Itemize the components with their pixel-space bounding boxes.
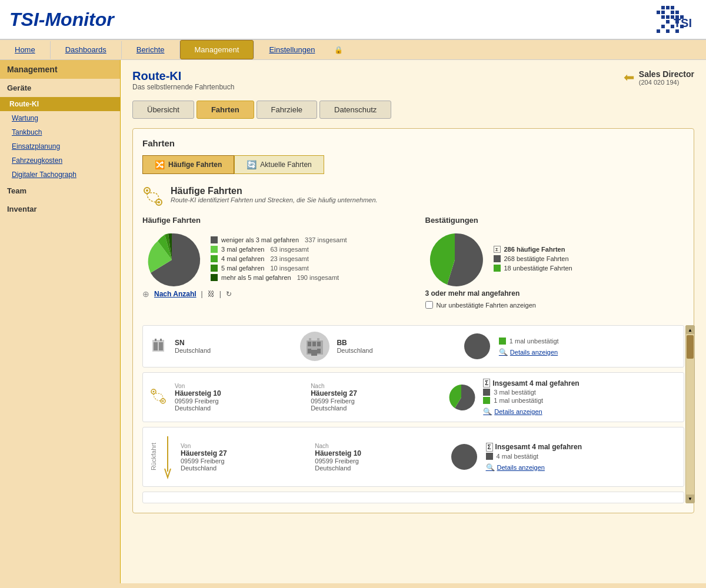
trip-pie-3	[449, 442, 479, 472]
nav-dashboards[interactable]: Dashboards	[51, 40, 121, 59]
building-icon-1	[300, 332, 329, 361]
user-details: Sales Director (204 020 194)	[639, 69, 694, 86]
filter-separator: |	[201, 290, 203, 298]
scrollbar[interactable]: ▲ ▼	[685, 325, 695, 503]
svg-rect-6	[675, 11, 679, 14]
color-bestaetigt-2	[483, 389, 490, 396]
sidebar-item-einsatzplanung[interactable]: Einsatzplanung	[0, 139, 120, 153]
trip-type-icon-2	[150, 388, 168, 406]
chart-title-bestaetigung: Bestätigungen	[425, 216, 685, 225]
sidebar-section-geraete[interactable]: Geräte	[0, 79, 120, 97]
app-header: TSI-Monitor TSI	[0, 0, 706, 40]
pie-chart-haeufige	[142, 230, 201, 289]
svg-rect-35	[317, 349, 321, 353]
user-info: ⬅ Sales Director (204 020 194)	[624, 69, 694, 86]
svg-rect-8	[666, 15, 670, 19]
svg-rect-28	[155, 339, 156, 341]
nav-home[interactable]: Home	[0, 40, 50, 59]
trip-to-country-1: Deutschland	[337, 347, 455, 354]
trip-from-city-3: 09599 Freiberg	[181, 457, 308, 465]
trip-from-3: Von Häuersteig 27 09599 Freiberg Deutsch…	[181, 443, 308, 472]
tab-fahrziele[interactable]: Fahrziele	[257, 101, 317, 119]
svg-point-44	[451, 444, 477, 470]
trip-bestaetigt-label-3: 4 mal bestätigt	[497, 453, 539, 460]
filter-refresh-icon[interactable]: ↻	[226, 290, 232, 298]
sub-tab-aktuelle[interactable]: 🔄 Aktuelle Fahrten	[234, 155, 324, 174]
details-link-2[interactable]: 🔍 Details anzeigen	[483, 407, 677, 416]
sidebar-section-team[interactable]: Team	[0, 182, 120, 200]
trip-from-country-1: Deutschland	[175, 347, 293, 354]
legend-color-0	[211, 236, 218, 243]
svg-rect-27	[159, 342, 163, 350]
trip-to-1: BB Deutschland	[337, 339, 455, 354]
legend-item-3: 5 mal gefahren 10 insgesamt	[211, 265, 347, 272]
sub-tab-haeufige[interactable]: 🔀 Häufige Fahrten	[142, 155, 234, 174]
scrollbar-thumb[interactable]	[687, 335, 694, 359]
sub-tab-haeufige-label: Häufige Fahrten	[168, 161, 222, 169]
details-label-1: Details anzeigen	[510, 349, 558, 356]
trip-from-country-2: Deutschland	[175, 405, 304, 412]
svg-rect-12	[666, 20, 670, 24]
legend-item-1: 3 mal gefahren 63 insgesamt	[211, 246, 347, 253]
trip-unbestaetigt-label-1: 1 mal unbestätigt	[509, 338, 559, 345]
sigma-icon-3: Σ	[486, 443, 493, 452]
page-title-block: Route-KI Das selbstlernende Fahrtenbuch	[132, 69, 234, 91]
svg-text:TSI: TSI	[674, 16, 692, 29]
svg-rect-38	[317, 338, 319, 342]
trip-from-label-2: Von	[175, 383, 304, 389]
sidebar: Management Geräte Route-KI Wartung Tankb…	[0, 60, 121, 583]
user-id: (204 020 194)	[639, 79, 694, 86]
trip-unbestaetigt-1: 1 mal unbestätigt	[499, 338, 677, 345]
table-row: SN Deutschland	[142, 325, 684, 368]
sidebar-item-tankbuch[interactable]: Tankbuch	[0, 125, 120, 139]
main-layout: Management Geräte Route-KI Wartung Tankb…	[0, 60, 706, 583]
trip-to-label-3: Nach	[315, 443, 442, 449]
tab-uebersicht[interactable]: Übersicht	[132, 101, 194, 119]
trip-from-label-3: Von	[181, 443, 308, 449]
content-panel: Fahrten 🔀 Häufige Fahrten 🔄 Aktuelle Fah…	[132, 128, 694, 513]
sidebar-section-inventar[interactable]: Inventar	[0, 200, 120, 218]
trip-from-country-3: Deutschland	[181, 465, 308, 472]
rueckfahrt-indicator: Rückfahrt	[150, 433, 174, 480]
legend-item-2: 4 mal gefahren 23 insgesamt	[211, 255, 347, 262]
pie-container-haeufige: weniger als 3 mal gefahren 337 insgesamt…	[142, 230, 402, 289]
tab-fahrten[interactable]: Fahrten	[197, 101, 254, 119]
svg-rect-37	[309, 338, 311, 342]
confirm-checkbox[interactable]	[425, 301, 433, 309]
nav-management[interactable]: Management	[180, 40, 254, 59]
trip-list: SN Deutschland	[142, 325, 684, 503]
legend-item-0: weniger als 3 mal gefahren 337 insgesamt	[211, 236, 347, 243]
filter-bar: ⊕ Nach Anzahl | ⛓ | ↻	[142, 289, 402, 299]
trip-total-label-2: Insgesamt 4 mal gefahren	[492, 379, 579, 387]
trip-partial-4	[142, 492, 684, 503]
sidebar-item-fahrzeugkosten[interactable]: Fahrzeugkosten	[0, 153, 120, 168]
filter-nach-anzahl[interactable]: Nach Anzahl	[154, 290, 197, 298]
trip-stats-1: 1 mal unbestätigt 🔍 Details anzeigen	[499, 336, 677, 356]
sidebar-item-wartung[interactable]: Wartung	[0, 111, 120, 125]
tab-datenschutz[interactable]: Datenschutz	[319, 101, 391, 119]
legend-color-1	[211, 246, 218, 253]
trip-unbestaetigt-2: 1 mal unbestätigt	[483, 397, 677, 404]
nav-einstellungen[interactable]: Einstellungen	[254, 40, 329, 59]
panel-title: Fahrten	[142, 138, 684, 148]
trip-from-1: SN Deutschland	[175, 339, 293, 354]
details-link-1[interactable]: 🔍 Details anzeigen	[499, 348, 677, 356]
sidebar-item-tachograph[interactable]: Digitaler Tachograph	[0, 168, 120, 182]
svg-rect-26	[154, 342, 158, 350]
frequent-header: Häufige Fahrten Route-KI identifiziert F…	[142, 186, 684, 211]
details-link-3[interactable]: 🔍 Details anzeigen	[486, 463, 677, 472]
route-icon: 🔀	[155, 160, 165, 169]
legend-item-4: mehr als 5 mal gefahren 190 insgesamt	[211, 274, 347, 281]
scrollbar-down-arrow[interactable]: ▼	[686, 495, 694, 503]
legend-haeufige: weniger als 3 mal gefahren 337 insgesamt…	[211, 236, 347, 283]
sidebar-item-route-ki[interactable]: Route-KI	[0, 97, 120, 111]
svg-rect-17	[657, 29, 660, 33]
nav-berichte[interactable]: Berichte	[122, 40, 179, 59]
trip-bestaetigt-label-2: 3 mal bestätigt	[494, 389, 536, 396]
svg-rect-5	[671, 11, 674, 14]
svg-point-41	[153, 391, 155, 393]
user-name: Sales Director	[639, 69, 694, 79]
page-header: Route-KI Das selbstlernende Fahrtenbuch …	[132, 69, 694, 91]
scrollbar-up-arrow[interactable]: ▲	[686, 326, 694, 334]
legend-color-2	[211, 255, 218, 262]
